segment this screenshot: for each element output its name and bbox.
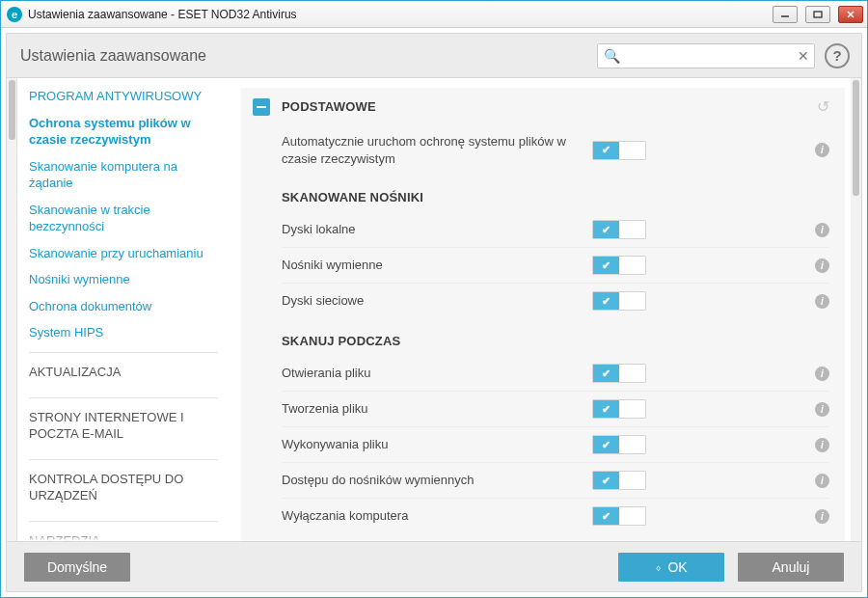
minimize-button[interactable] xyxy=(773,6,798,23)
check-icon: ✔ xyxy=(602,295,610,308)
sidebar-section-device-control[interactable]: KONTROLA DOSTĘPU DO URZĄDZEŃ xyxy=(29,459,218,515)
info-icon[interactable]: i xyxy=(815,509,829,524)
sidebar-item-startup-scan[interactable]: Skanowanie przy uruchamianiu xyxy=(29,240,218,267)
sidebar-scrollbar[interactable] xyxy=(7,78,17,541)
check-icon: ✔ xyxy=(602,403,610,416)
toggle-removable-media[interactable]: ✔ xyxy=(592,256,646,275)
sidebar-item-realtime-protection[interactable]: Ochrona systemu plików w czasie rzeczywi… xyxy=(29,110,218,153)
maximize-button[interactable] xyxy=(805,6,830,23)
toggle-local-drives[interactable]: ✔ xyxy=(592,220,646,239)
toggle-removable-access[interactable]: ✔ xyxy=(592,471,646,490)
panel-basic: PODSTAWOWE ↺ Automatycznie uruchom ochro… xyxy=(241,88,845,541)
setting-row-local-drives: Dyski lokalne ✔ i xyxy=(282,212,829,247)
svg-rect-1 xyxy=(814,12,822,17)
sidebar-item-hips[interactable]: System HIPS xyxy=(29,319,218,346)
toggle-file-open[interactable]: ✔ xyxy=(592,364,646,383)
sidebar-item-document-protection[interactable]: Ochrona dokumentów xyxy=(29,293,218,320)
setting-row-file-open: Otwierania pliku ✔ i xyxy=(282,356,829,391)
group-title-scanned-media: SKANOWANE NOŚNIKI xyxy=(282,188,829,212)
dialog-body: Ustawienia zaawansowane 🔍 ✕ ? PROGRAM AN… xyxy=(6,33,862,592)
setting-label: Nośniki wymienne xyxy=(282,257,581,274)
setting-row-file-execute: Wykonywania pliku ✔ i xyxy=(282,426,829,462)
sidebar-section-antivirus[interactable]: PROGRAM ANTYWIRUSOWY xyxy=(29,86,218,110)
info-icon[interactable]: i xyxy=(815,294,829,309)
page-title: Ustawienia zaawansowane xyxy=(20,47,206,65)
setting-row-removable-access: Dostępu do nośników wymiennych ✔ i xyxy=(282,462,829,498)
info-icon[interactable]: i xyxy=(815,223,829,237)
check-icon: ✔ xyxy=(602,439,610,451)
shield-icon: ⬨ xyxy=(655,560,662,574)
content-scrollbar[interactable] xyxy=(851,78,861,541)
ok-button[interactable]: ⬨ OK xyxy=(618,553,724,582)
toggle-autostart-protection[interactable]: ✔ xyxy=(592,141,646,160)
clear-search-icon[interactable]: ✕ xyxy=(798,49,809,63)
setting-label: Dostępu do nośników wymiennych xyxy=(282,472,581,489)
info-icon[interactable]: i xyxy=(815,143,829,157)
search-icon: 🔍 xyxy=(604,49,620,63)
group-general: Automatycznie uruchom ochronę systemu pl… xyxy=(241,122,845,184)
content-area: PODSTAWOWE ↺ Automatycznie uruchom ochro… xyxy=(231,78,851,541)
titlebar: e Ustawienia zaawansowane - ESET NOD32 A… xyxy=(1,1,867,28)
check-icon: ✔ xyxy=(602,475,610,487)
info-icon[interactable]: i xyxy=(815,367,829,381)
scrollbar-thumb[interactable] xyxy=(853,80,859,196)
setting-row-network-drives: Dyski sieciowe ✔ i xyxy=(282,283,829,318)
info-icon[interactable]: i xyxy=(815,402,829,417)
setting-label: Otwierania pliku xyxy=(282,365,581,382)
help-button[interactable]: ? xyxy=(825,43,850,68)
group-scan-on: SKANUJ PODCZAS Otwierania pliku ✔ i Twor… xyxy=(241,328,845,541)
defaults-button[interactable]: Domyślne xyxy=(24,553,130,582)
setting-label: Wykonywania pliku xyxy=(282,436,581,453)
topbar: Ustawienia zaawansowane 🔍 ✕ ? xyxy=(7,34,861,78)
ok-button-label: OK xyxy=(667,559,687,575)
sidebar-section-update[interactable]: AKTUALIZACJA xyxy=(29,352,218,392)
search-field[interactable]: 🔍 ✕ xyxy=(597,43,815,68)
sidebar-item-removable-media[interactable]: Nośniki wymienne xyxy=(29,266,218,293)
window-title: Ustawienia zaawansowane - ESET NOD32 Ant… xyxy=(28,8,297,21)
bottombar: Domyślne ⬨ OK Anuluj xyxy=(7,541,861,591)
toggle-file-execute[interactable]: ✔ xyxy=(592,435,646,454)
cancel-button[interactable]: Anuluj xyxy=(738,553,844,582)
check-icon: ✔ xyxy=(602,259,610,272)
check-icon: ✔ xyxy=(602,367,610,380)
close-button[interactable] xyxy=(838,6,863,23)
setting-label: Dyski sieciowe xyxy=(282,292,581,310)
check-icon: ✔ xyxy=(602,224,610,236)
setting-label: Wyłączania komputera xyxy=(282,507,581,525)
sidebar-section-web-email[interactable]: STRONY INTERNETOWE I POCZTA E-MAIL xyxy=(29,397,218,453)
scrollbar-thumb[interactable] xyxy=(9,80,15,140)
info-icon[interactable]: i xyxy=(815,258,829,273)
group-scanned-media: SKANOWANE NOŚNIKI Dyski lokalne ✔ i Nośn… xyxy=(241,184,845,328)
minus-icon xyxy=(257,106,266,108)
setting-row-removable-media: Nośniki wymienne ✔ i xyxy=(282,247,829,283)
sidebar: PROGRAM ANTYWIRUSOWY Ochrona systemu pli… xyxy=(17,78,231,541)
info-icon[interactable]: i xyxy=(815,438,829,452)
info-icon[interactable]: i xyxy=(815,474,829,488)
app-window: e Ustawienia zaawansowane - ESET NOD32 A… xyxy=(0,0,868,598)
app-logo-icon: e xyxy=(7,7,22,22)
setting-row-autostart-protection: Automatycznie uruchom ochronę systemu pl… xyxy=(282,125,829,175)
setting-row-shutdown: Wyłączania komputera ✔ i xyxy=(282,498,829,533)
collapse-button[interactable] xyxy=(253,98,270,116)
reset-icon[interactable]: ↺ xyxy=(817,97,829,116)
panel-title: PODSTAWOWE xyxy=(282,99,376,114)
setting-row-file-create: Tworzenia pliku ✔ i xyxy=(282,391,829,426)
toggle-file-create[interactable]: ✔ xyxy=(592,399,646,419)
panel-header: PODSTAWOWE ↺ xyxy=(241,88,845,122)
toggle-shutdown[interactable]: ✔ xyxy=(592,506,646,526)
sidebar-item-idle-scan[interactable]: Skanowanie w trakcie bezczynności xyxy=(29,197,218,240)
setting-label: Tworzenia pliku xyxy=(282,400,581,418)
search-input[interactable] xyxy=(626,47,792,64)
check-icon: ✔ xyxy=(602,510,610,523)
setting-label: Automatycznie uruchom ochronę systemu pl… xyxy=(282,133,581,167)
check-icon: ✔ xyxy=(602,144,610,156)
sidebar-item-on-demand-scan[interactable]: Skanowanie komputera na żądanie xyxy=(29,153,218,197)
setting-label: Dyski lokalne xyxy=(282,221,581,238)
toggle-network-drives[interactable]: ✔ xyxy=(592,291,646,311)
group-title-scan-on: SKANUJ PODCZAS xyxy=(282,332,829,356)
